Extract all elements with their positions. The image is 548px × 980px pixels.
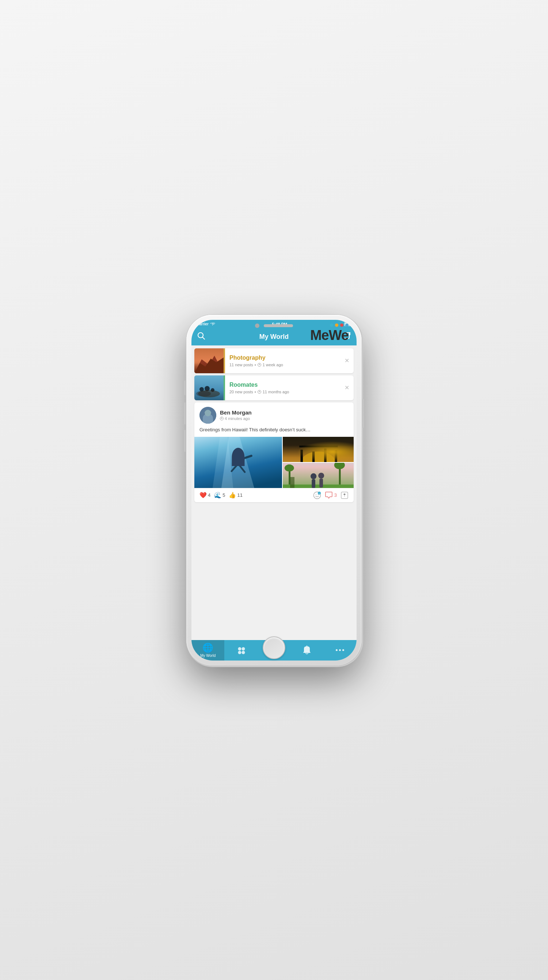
phone-camera bbox=[255, 323, 259, 328]
thumbs-count: 11 bbox=[237, 492, 242, 498]
post-images bbox=[194, 437, 354, 488]
svg-rect-26 bbox=[283, 437, 354, 462]
svg-point-41 bbox=[318, 473, 324, 479]
photography-post-count: 11 new posts bbox=[229, 363, 253, 367]
tab-notifications[interactable] bbox=[291, 640, 323, 660]
post-time-text: 4 minutes ago bbox=[225, 416, 250, 421]
post-clock-icon bbox=[220, 417, 224, 420]
dot-light-blue bbox=[345, 323, 348, 327]
more-dots bbox=[336, 649, 344, 651]
reaction-thumbs[interactable]: 👍 11 bbox=[229, 492, 242, 499]
reaction-heart[interactable]: ❤️ 4 bbox=[200, 492, 210, 499]
post-image-golf[interactable] bbox=[282, 462, 354, 488]
side-button-vol-up bbox=[184, 402, 186, 425]
svg-rect-35 bbox=[289, 470, 291, 484]
post-image-underwater[interactable] bbox=[194, 437, 282, 488]
svg-line-1 bbox=[203, 337, 205, 339]
wave-icon: 🌊 bbox=[214, 492, 221, 499]
tab-more[interactable] bbox=[324, 640, 357, 660]
svg-rect-37 bbox=[339, 467, 341, 485]
comment-count: 3 bbox=[334, 492, 337, 498]
user-avatar[interactable] bbox=[200, 407, 216, 424]
heart-icon: ❤️ bbox=[200, 492, 207, 499]
svg-point-8 bbox=[196, 391, 211, 397]
phone-screen: Carrier 5:48 PM bbox=[191, 320, 357, 660]
post-time: 4 minutes ago bbox=[220, 416, 348, 421]
svg-rect-15 bbox=[205, 413, 208, 415]
svg-point-27 bbox=[300, 452, 336, 462]
dot-orange bbox=[335, 323, 338, 327]
svg-point-14 bbox=[203, 418, 213, 424]
phone-container: MeWe Carrier bbox=[186, 315, 362, 666]
post-reactions: ❤️ 4 🌊 5 👍 11 bbox=[194, 488, 354, 502]
tab-groups[interactable] bbox=[224, 640, 257, 660]
phone-body: Carrier 5:48 PM bbox=[186, 315, 362, 666]
side-button-vol-down bbox=[184, 430, 186, 452]
comment-button[interactable]: 3 bbox=[325, 491, 337, 500]
post-user-info: Ben Morgan 4 minutes ago bbox=[220, 409, 348, 421]
emoji-reaction-button[interactable]: + bbox=[313, 491, 321, 500]
emoji-icon: + bbox=[313, 491, 321, 500]
group-image-photography bbox=[194, 348, 224, 373]
tab-my-world[interactable]: 🌐 My World bbox=[191, 640, 224, 660]
group-card-roomates[interactable]: Roomates 20 new posts • 11 months ago ✕ bbox=[194, 375, 354, 400]
content-area: Photography 11 new posts • 1 week ago ✕ bbox=[191, 345, 357, 640]
side-button-power bbox=[362, 399, 364, 428]
svg-point-39 bbox=[311, 473, 316, 479]
photography-time: 1 week ago bbox=[263, 363, 283, 367]
group-card-photography[interactable]: Photography 11 new posts • 1 week ago ✕ bbox=[194, 348, 354, 373]
dot-red bbox=[340, 323, 343, 327]
post-author: Ben Morgan bbox=[220, 409, 348, 415]
post-header: Ben Morgan 4 minutes ago bbox=[194, 402, 354, 426]
svg-point-9 bbox=[200, 387, 204, 391]
reaction-wave[interactable]: 🌊 5 bbox=[214, 492, 225, 499]
dot-blue bbox=[330, 323, 333, 327]
svg-point-51 bbox=[238, 651, 241, 654]
svg-point-21 bbox=[233, 457, 244, 463]
brand-dots bbox=[310, 323, 348, 327]
svg-point-44 bbox=[316, 494, 316, 495]
svg-rect-16 bbox=[208, 413, 211, 415]
svg-point-13 bbox=[205, 410, 211, 416]
group-info-photography: Photography 11 new posts • 1 week ago bbox=[225, 351, 340, 371]
side-button-mute bbox=[184, 380, 186, 395]
group-info-roomates: Roomates 20 new posts • 11 months ago bbox=[225, 378, 340, 398]
svg-point-52 bbox=[241, 651, 245, 654]
mewe-logo-text: MeWe bbox=[310, 328, 348, 343]
roomates-time: 11 months ago bbox=[263, 390, 289, 394]
groups-icon bbox=[237, 646, 246, 655]
post-image-sunset[interactable] bbox=[282, 437, 354, 462]
svg-point-50 bbox=[241, 647, 245, 650]
svg-point-49 bbox=[238, 647, 241, 650]
roomates-clock-icon bbox=[257, 390, 261, 394]
my-world-icon: 🌐 bbox=[202, 643, 213, 653]
close-photography-button[interactable]: ✕ bbox=[340, 354, 354, 367]
group-meta-photography: 11 new posts • 1 week ago bbox=[229, 363, 336, 367]
svg-rect-30 bbox=[324, 449, 326, 462]
svg-text:+: + bbox=[319, 492, 320, 494]
more-dot-2 bbox=[339, 649, 341, 651]
notifications-icon bbox=[302, 646, 311, 655]
svg-rect-28 bbox=[300, 450, 302, 462]
comment-icon bbox=[325, 491, 333, 500]
svg-point-45 bbox=[318, 494, 319, 495]
close-roomates-button[interactable]: ✕ bbox=[340, 381, 354, 394]
roomates-post-count: 20 new posts bbox=[229, 390, 253, 394]
more-dot-3 bbox=[342, 649, 344, 651]
search-button[interactable] bbox=[197, 332, 205, 342]
svg-rect-32 bbox=[299, 445, 338, 447]
group-image-roomates bbox=[194, 375, 224, 400]
group-name-photography: Photography bbox=[229, 355, 336, 361]
svg-rect-34 bbox=[283, 484, 354, 488]
page-wrapper: MeWe Carrier bbox=[0, 0, 548, 980]
thumbs-icon: 👍 bbox=[229, 492, 236, 499]
svg-point-12 bbox=[200, 407, 216, 424]
tab-my-world-label: My World bbox=[200, 654, 216, 658]
svg-rect-29 bbox=[312, 452, 315, 462]
share-button[interactable] bbox=[340, 491, 348, 500]
svg-point-36 bbox=[284, 464, 294, 471]
post-image-side bbox=[282, 437, 354, 488]
heart-count: 4 bbox=[208, 492, 210, 498]
home-button[interactable] bbox=[263, 636, 285, 659]
wave-count: 5 bbox=[222, 492, 225, 498]
